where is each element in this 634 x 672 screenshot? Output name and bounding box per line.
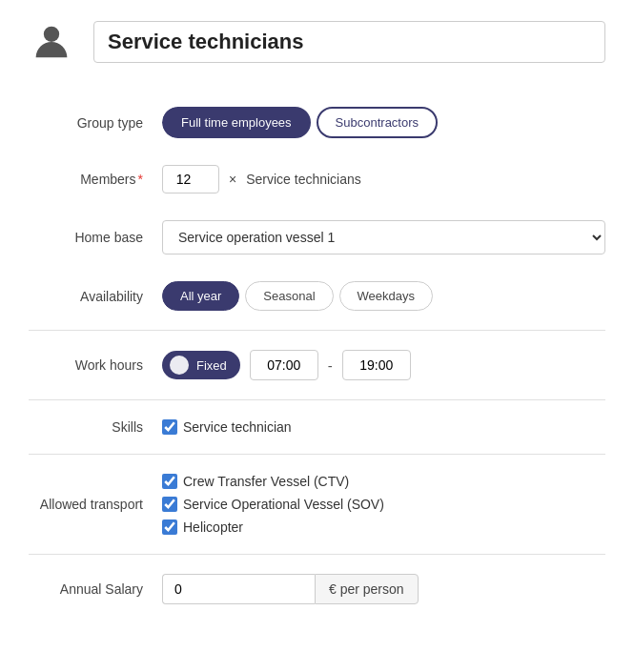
skills-label: Skills (29, 419, 162, 435)
availability-toggle: All year Seasonal Weekdays (162, 281, 433, 311)
group-title-input[interactable] (93, 21, 605, 63)
transport-list: Crew Transfer Vessel (CTV) Service Opera… (162, 474, 384, 535)
salary-label: Annual Salary (29, 581, 162, 597)
skill-checkbox[interactable] (162, 419, 177, 435)
salary-unit-label: € per person (315, 574, 419, 604)
work-hours-label: Work hours (29, 357, 162, 373)
group-type-row: Group type Full time employees Subcontra… (29, 93, 605, 152)
avail-seasonal-button[interactable]: Seasonal (245, 281, 333, 311)
divider-4 (29, 554, 605, 555)
skills-row: Skills Service technician (29, 406, 605, 448)
transport-label: Allowed transport (29, 497, 162, 512)
time-range-dash: - (328, 357, 333, 374)
home-base-row: Home base Service operation vessel 1 Off… (29, 207, 605, 268)
avail-all-year-button[interactable]: All year (162, 281, 239, 311)
page: Group type Full time employees Subcontra… (0, 0, 634, 637)
salary-input[interactable] (162, 574, 315, 604)
transport-helicopter[interactable]: Helicopter (162, 519, 384, 535)
fixed-label: Fixed (196, 358, 227, 373)
home-base-select[interactable]: Service operation vessel 1 Office Remote (162, 220, 605, 255)
availability-row: Availability All year Seasonal Weekdays (29, 268, 605, 324)
subcontractors-button[interactable]: Subcontractors (317, 107, 438, 138)
salary-row: Annual Salary € per person (29, 560, 605, 618)
work-hours-end-input[interactable] (342, 350, 411, 380)
work-hours-control: Fixed - (162, 350, 411, 380)
avatar (29, 19, 74, 65)
members-unit-label: Service technicians (246, 172, 361, 187)
transport-ctv[interactable]: Crew Transfer Vessel (CTV) (162, 474, 384, 489)
divider-2 (29, 399, 605, 400)
salary-control: € per person (162, 574, 419, 604)
members-control: × Service technicians (162, 165, 361, 193)
home-base-label: Home base (29, 230, 162, 245)
transport-sov[interactable]: Service Operational Vessel (SOV) (162, 497, 384, 512)
members-label: Members* (29, 172, 162, 187)
members-row: Members* × Service technicians (29, 152, 605, 207)
transport-sov-checkbox[interactable] (162, 497, 177, 512)
group-type-label: Group type (29, 115, 162, 131)
transport-ctv-checkbox[interactable] (162, 474, 177, 489)
fixed-toggle-button[interactable]: Fixed (162, 351, 240, 379)
divider-1 (29, 330, 605, 331)
skill-label: Service technician (183, 419, 292, 435)
members-x: × (229, 172, 236, 187)
header (29, 19, 605, 65)
work-hours-row: Work hours Fixed - (29, 336, 605, 394)
transport-sov-label: Service Operational Vessel (SOV) (183, 497, 384, 512)
transport-row: Allowed transport Crew Transfer Vessel (… (29, 460, 605, 548)
svg-point-0 (44, 27, 59, 42)
availability-label: Availability (29, 289, 162, 304)
transport-helicopter-checkbox[interactable] (162, 519, 177, 535)
toggle-circle (170, 356, 189, 375)
skill-service-technician[interactable]: Service technician (162, 419, 292, 435)
divider-3 (29, 454, 605, 455)
skills-list: Service technician (162, 419, 292, 435)
transport-helicopter-label: Helicopter (183, 519, 243, 535)
group-type-toggle: Full time employees Subcontractors (162, 107, 443, 138)
full-time-employees-button[interactable]: Full time employees (162, 107, 311, 138)
work-hours-start-input[interactable] (250, 350, 318, 380)
avail-weekdays-button[interactable]: Weekdays (339, 281, 433, 311)
members-input[interactable] (162, 165, 219, 193)
transport-ctv-label: Crew Transfer Vessel (CTV) (183, 474, 349, 489)
